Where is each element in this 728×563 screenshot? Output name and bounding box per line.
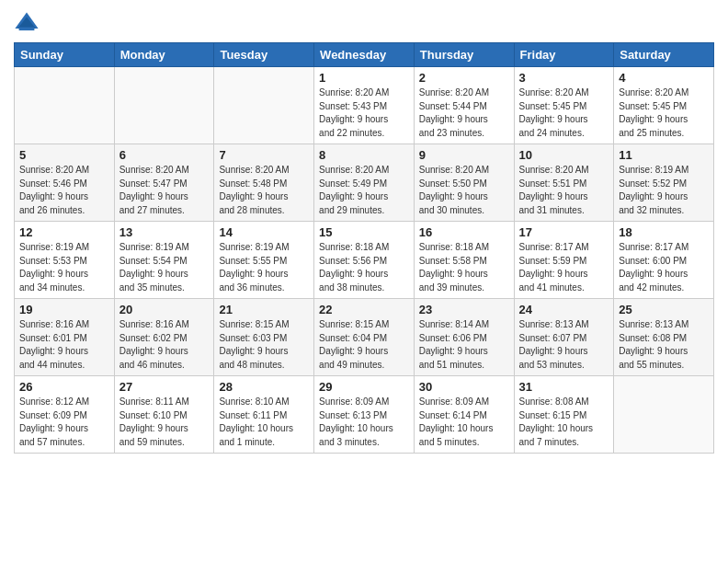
page: SundayMondayTuesdayWednesdayThursdayFrid… — [0, 0, 728, 463]
day-info: Sunrise: 8:20 AM Sunset: 5:50 PM Dayligh… — [419, 164, 509, 217]
day-number: 28 — [219, 380, 309, 394]
day-number: 17 — [519, 225, 609, 239]
day-info: Sunrise: 8:19 AM Sunset: 5:55 PM Dayligh… — [219, 241, 309, 294]
calendar-cell: 31Sunrise: 8:08 AM Sunset: 6:15 PM Dayli… — [514, 376, 614, 454]
day-number: 5 — [19, 148, 109, 162]
calendar-cell: 9Sunrise: 8:20 AM Sunset: 5:50 PM Daylig… — [414, 144, 514, 222]
day-number: 27 — [119, 380, 210, 394]
day-info: Sunrise: 8:20 AM Sunset: 5:48 PM Dayligh… — [219, 164, 309, 217]
calendar-cell: 5Sunrise: 8:20 AM Sunset: 5:46 PM Daylig… — [15, 144, 115, 222]
day-info: Sunrise: 8:20 AM Sunset: 5:45 PM Dayligh… — [619, 86, 709, 140]
day-info: Sunrise: 8:20 AM Sunset: 5:43 PM Dayligh… — [319, 86, 409, 140]
calendar-cell: 3Sunrise: 8:20 AM Sunset: 5:45 PM Daylig… — [514, 67, 614, 144]
day-number: 16 — [419, 225, 509, 239]
day-info: Sunrise: 8:08 AM Sunset: 6:15 PM Dayligh… — [519, 396, 609, 449]
week-row-1: 1Sunrise: 8:20 AM Sunset: 5:43 PM Daylig… — [15, 67, 714, 144]
calendar-cell: 27Sunrise: 8:11 AM Sunset: 6:10 PM Dayli… — [114, 376, 214, 454]
day-info: Sunrise: 8:19 AM Sunset: 5:54 PM Dayligh… — [119, 241, 210, 294]
day-info: Sunrise: 8:20 AM Sunset: 5:49 PM Dayligh… — [319, 164, 409, 217]
day-info: Sunrise: 8:09 AM Sunset: 6:14 PM Dayligh… — [419, 396, 509, 449]
calendar-cell — [15, 67, 115, 144]
calendar-cell — [614, 376, 714, 454]
day-number: 26 — [19, 380, 109, 394]
day-number: 8 — [319, 148, 409, 162]
day-number: 30 — [419, 380, 509, 394]
calendar-cell: 8Sunrise: 8:20 AM Sunset: 5:49 PM Daylig… — [314, 144, 415, 222]
weekday-header-friday: Friday — [514, 43, 614, 67]
weekday-header-saturday: Saturday — [614, 43, 714, 67]
weekday-header-wednesday: Wednesday — [314, 43, 415, 67]
day-number: 23 — [419, 303, 509, 316]
day-number: 13 — [119, 225, 210, 239]
day-info: Sunrise: 8:09 AM Sunset: 6:13 PM Dayligh… — [319, 396, 409, 449]
logo-icon — [14, 9, 40, 35]
day-number: 9 — [419, 148, 509, 162]
calendar-cell: 10Sunrise: 8:20 AM Sunset: 5:51 PM Dayli… — [514, 144, 614, 222]
day-number: 15 — [319, 225, 409, 239]
logo — [14, 9, 43, 35]
week-row-2: 5Sunrise: 8:20 AM Sunset: 5:46 PM Daylig… — [15, 144, 714, 222]
calendar-cell: 16Sunrise: 8:18 AM Sunset: 5:58 PM Dayli… — [414, 222, 514, 299]
calendar-cell: 26Sunrise: 8:12 AM Sunset: 6:09 PM Dayli… — [15, 376, 115, 454]
day-info: Sunrise: 8:19 AM Sunset: 5:52 PM Dayligh… — [619, 164, 709, 217]
day-number: 19 — [19, 303, 109, 316]
day-info: Sunrise: 8:16 AM Sunset: 6:01 PM Dayligh… — [19, 318, 109, 372]
calendar-cell: 20Sunrise: 8:16 AM Sunset: 6:02 PM Dayli… — [114, 299, 214, 376]
calendar-cell: 2Sunrise: 8:20 AM Sunset: 5:44 PM Daylig… — [414, 67, 514, 144]
day-number: 3 — [519, 71, 609, 85]
calendar-cell — [114, 67, 214, 144]
calendar-cell: 4Sunrise: 8:20 AM Sunset: 5:45 PM Daylig… — [614, 67, 714, 144]
day-number: 29 — [319, 380, 409, 394]
calendar-cell: 12Sunrise: 8:19 AM Sunset: 5:53 PM Dayli… — [15, 222, 115, 299]
day-number: 18 — [619, 225, 709, 239]
calendar-cell: 29Sunrise: 8:09 AM Sunset: 6:13 PM Dayli… — [314, 376, 415, 454]
day-number: 7 — [219, 148, 309, 162]
day-info: Sunrise: 8:13 AM Sunset: 6:08 PM Dayligh… — [619, 318, 709, 372]
calendar-cell: 13Sunrise: 8:19 AM Sunset: 5:54 PM Dayli… — [114, 222, 214, 299]
calendar-cell: 1Sunrise: 8:20 AM Sunset: 5:43 PM Daylig… — [314, 67, 415, 144]
day-info: Sunrise: 8:18 AM Sunset: 5:58 PM Dayligh… — [419, 241, 509, 294]
calendar-cell: 6Sunrise: 8:20 AM Sunset: 5:47 PM Daylig… — [114, 144, 214, 222]
calendar-table: SundayMondayTuesdayWednesdayThursdayFrid… — [14, 42, 714, 454]
day-number: 12 — [19, 225, 109, 239]
week-row-3: 12Sunrise: 8:19 AM Sunset: 5:53 PM Dayli… — [15, 222, 714, 299]
calendar-cell: 23Sunrise: 8:14 AM Sunset: 6:06 PM Dayli… — [414, 299, 514, 376]
weekday-header-monday: Monday — [114, 43, 214, 67]
header — [14, 9, 714, 35]
calendar-cell: 30Sunrise: 8:09 AM Sunset: 6:14 PM Dayli… — [414, 376, 514, 454]
calendar-cell: 24Sunrise: 8:13 AM Sunset: 6:07 PM Dayli… — [514, 299, 614, 376]
day-number: 2 — [419, 71, 509, 85]
day-info: Sunrise: 8:20 AM Sunset: 5:51 PM Dayligh… — [519, 164, 609, 217]
calendar-cell: 15Sunrise: 8:18 AM Sunset: 5:56 PM Dayli… — [314, 222, 415, 299]
weekday-header-tuesday: Tuesday — [214, 43, 314, 67]
calendar-cell: 18Sunrise: 8:17 AM Sunset: 6:00 PM Dayli… — [614, 222, 714, 299]
day-number: 22 — [319, 303, 409, 316]
day-info: Sunrise: 8:18 AM Sunset: 5:56 PM Dayligh… — [319, 241, 409, 294]
day-number: 20 — [119, 303, 210, 316]
day-number: 31 — [519, 380, 609, 394]
day-info: Sunrise: 8:15 AM Sunset: 6:04 PM Dayligh… — [319, 318, 409, 372]
day-info: Sunrise: 8:20 AM Sunset: 5:45 PM Dayligh… — [519, 86, 609, 140]
day-info: Sunrise: 8:20 AM Sunset: 5:46 PM Dayligh… — [19, 164, 109, 217]
calendar-cell — [214, 67, 314, 144]
day-number: 11 — [619, 148, 709, 162]
weekday-header-row: SundayMondayTuesdayWednesdayThursdayFrid… — [15, 43, 714, 67]
day-number: 6 — [119, 148, 210, 162]
day-info: Sunrise: 8:20 AM Sunset: 5:44 PM Dayligh… — [419, 86, 509, 140]
calendar-cell: 11Sunrise: 8:19 AM Sunset: 5:52 PM Dayli… — [614, 144, 714, 222]
weekday-header-sunday: Sunday — [15, 43, 115, 67]
weekday-header-thursday: Thursday — [414, 43, 514, 67]
calendar-cell: 19Sunrise: 8:16 AM Sunset: 6:01 PM Dayli… — [15, 299, 115, 376]
calendar-cell: 17Sunrise: 8:17 AM Sunset: 5:59 PM Dayli… — [514, 222, 614, 299]
week-row-4: 19Sunrise: 8:16 AM Sunset: 6:01 PM Dayli… — [15, 299, 714, 376]
calendar-cell: 22Sunrise: 8:15 AM Sunset: 6:04 PM Dayli… — [314, 299, 415, 376]
day-info: Sunrise: 8:15 AM Sunset: 6:03 PM Dayligh… — [219, 318, 309, 372]
day-info: Sunrise: 8:17 AM Sunset: 6:00 PM Dayligh… — [619, 241, 709, 294]
day-info: Sunrise: 8:19 AM Sunset: 5:53 PM Dayligh… — [19, 241, 109, 294]
calendar-cell: 14Sunrise: 8:19 AM Sunset: 5:55 PM Dayli… — [214, 222, 314, 299]
day-info: Sunrise: 8:12 AM Sunset: 6:09 PM Dayligh… — [19, 396, 109, 449]
day-number: 21 — [219, 303, 309, 316]
day-number: 1 — [319, 71, 409, 85]
calendar-cell: 21Sunrise: 8:15 AM Sunset: 6:03 PM Dayli… — [214, 299, 314, 376]
day-info: Sunrise: 8:13 AM Sunset: 6:07 PM Dayligh… — [519, 318, 609, 372]
